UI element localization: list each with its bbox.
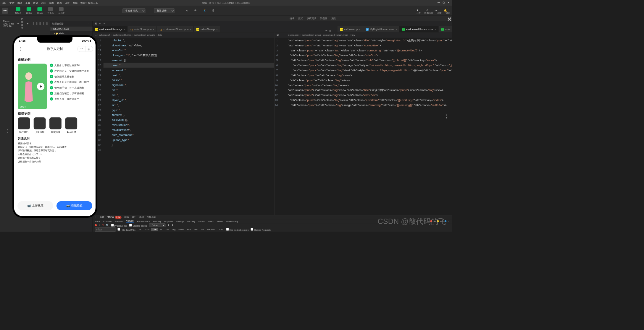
filter-tab[interactable]: Doc xyxy=(193,228,199,231)
capsule[interactable]: ⋯◎ xyxy=(77,46,93,52)
sim-icon-3[interactable] xyxy=(40,22,41,25)
hot-reload-label[interactable]: 热重载 开 xyxy=(21,17,25,30)
toggle-panel-icon[interactable]: ▣ xyxy=(277,34,279,36)
next-arrow-icon[interactable]: 〉 xyxy=(445,112,451,121)
devtools-menu-icon[interactable]: ⋮ xyxy=(95,216,97,219)
editor-tab[interactable]: JScustomizedHuman.js× xyxy=(93,26,128,32)
sim-icon-1[interactable] xyxy=(33,22,34,25)
explorer-root[interactable]: ▸ WECHAT_XCX xyxy=(50,27,92,31)
editor-tab[interactable]: { }customizedSound.json× xyxy=(157,26,194,32)
explorer-menu-icon[interactable]: ⋯ xyxy=(88,22,90,25)
search-icon[interactable]: 🔍 xyxy=(106,224,109,227)
cloud-button[interactable]: 云开发 xyxy=(57,6,66,15)
dt-tab[interactable]: Memory xyxy=(153,220,162,222)
visualize-button[interactable]: 可视化 xyxy=(46,6,55,15)
filter-tab[interactable]: Img xyxy=(171,228,177,231)
throttle-select[interactable]: Online xyxy=(149,223,165,227)
dt-top-tab[interactable]: 终端 xyxy=(139,216,144,219)
dt-top-tab[interactable]: 代码质量 xyxy=(147,216,156,219)
nav-back-icon[interactable]: ← xyxy=(280,34,283,36)
filter-tab[interactable]: Font xyxy=(186,228,192,231)
more-icon[interactable]: ⋯ xyxy=(333,30,335,32)
device-label[interactable]: iPhone 12/13 (Pro) 100% 16 xyxy=(2,20,15,27)
editor-button[interactable]: 编辑器 xyxy=(24,6,33,15)
dt-tab[interactable]: Console xyxy=(103,220,112,222)
toggle-panel-icon[interactable]: ▣ xyxy=(95,22,97,25)
menu-item[interactable]: 文件 xyxy=(9,1,14,5)
dt-top-tab[interactable]: 问题 xyxy=(124,216,129,219)
back-icon[interactable]: 〈 xyxy=(17,46,21,52)
play-icon[interactable] xyxy=(37,83,44,90)
editor-tab[interactable]: #MyDigitalHuman.wxss× xyxy=(363,26,400,32)
simulator-button[interactable]: 模拟器 xyxy=(13,6,23,15)
shoot-video-button[interactable]: 📷 在线拍摄 xyxy=(57,201,92,210)
close-tab-icon[interactable]: × xyxy=(359,28,361,30)
close-tab-icon[interactable]: × xyxy=(435,28,436,30)
menu-item[interactable]: 编辑 xyxy=(17,1,22,5)
nav-fwd-icon[interactable]: → xyxy=(103,22,106,25)
dt-tab[interactable]: Performance xyxy=(137,220,150,222)
close-tab-icon[interactable]: × xyxy=(124,28,125,30)
filter-tab[interactable]: All xyxy=(138,228,142,231)
dt-tab[interactable]: Security xyxy=(187,220,195,222)
menu-item[interactable]: 帮助 xyxy=(73,1,78,5)
filter-tab[interactable]: Media xyxy=(177,228,185,231)
minimize-icon[interactable]: — xyxy=(438,1,440,4)
filter-icon[interactable]: ▽ xyxy=(102,224,104,227)
split-icon[interactable]: ▥ xyxy=(329,30,331,32)
editor-tab[interactable]: JSvideoShow.js× xyxy=(194,26,220,32)
nav-fwd-icon[interactable]: → xyxy=(284,34,287,36)
close-icon[interactable]: ✕ xyxy=(448,1,451,4)
upload-video-button[interactable]: 📹 上传视频 xyxy=(17,201,53,210)
close-tab-icon[interactable]: × xyxy=(396,28,397,30)
dt-tab[interactable]: Sources xyxy=(114,220,123,222)
filter-tab[interactable]: Manifest xyxy=(206,228,216,231)
filter-tab[interactable]: Cloud xyxy=(143,228,151,231)
menu-item[interactable]: 转到 xyxy=(33,1,38,5)
sim-icon-5[interactable] xyxy=(46,22,48,25)
menu-item[interactable]: 微信开发者工具 xyxy=(80,1,98,5)
close-tab-icon[interactable]: × xyxy=(216,28,218,30)
close-tab-icon[interactable]: × xyxy=(153,28,154,30)
filter-tab[interactable]: XHR xyxy=(151,228,158,231)
editor-tab[interactable]: <>customizedHuman.wxml× xyxy=(400,26,439,32)
filter-tab[interactable]: WS xyxy=(199,228,205,231)
code-editor-right[interactable]: 1234567891011121314"attr">class="punc"><… xyxy=(275,38,452,215)
sample-video[interactable]: 00:24 xyxy=(18,64,47,109)
dt-top-tab[interactable]: 输出 xyxy=(132,216,136,219)
dt-top-tab[interactable]: 构建 xyxy=(100,216,104,219)
filter-input[interactable] xyxy=(95,227,115,232)
sim-icon-2[interactable] xyxy=(36,22,37,25)
dt-top-tab[interactable]: 调试器 7, 64 xyxy=(107,216,122,219)
clear-button[interactable]: 🗑 xyxy=(211,8,219,13)
sim-icon-4[interactable] xyxy=(43,22,44,25)
clear-icon[interactable]: ⦸ xyxy=(99,224,100,227)
prev-arrow-icon[interactable]: 〈 xyxy=(3,126,9,136)
menu-item[interactable]: 界面 xyxy=(57,1,62,5)
dt-tab[interactable]: Vulnerability xyxy=(226,220,238,222)
menu-item[interactable]: 工具 xyxy=(25,1,30,5)
compile-button[interactable]: ↻ xyxy=(183,8,191,13)
filter-tab[interactable]: Other xyxy=(217,228,224,231)
menu-item[interactable]: 视图 xyxy=(49,1,54,5)
dt-tab[interactable]: Sensor xyxy=(198,220,205,222)
filter-tab[interactable]: JS xyxy=(158,228,163,231)
dt-tab[interactable]: Storage xyxy=(176,220,184,222)
close-tab-icon[interactable]: × xyxy=(190,28,191,30)
download-icon[interactable]: ⬇ xyxy=(167,224,169,227)
mode-select[interactable]: 小程序模式 xyxy=(122,8,145,13)
menu-item[interactable]: 设置 xyxy=(65,1,70,5)
breadcrumb-left[interactable]: ...›subpages4›customizedHuman›customized… xyxy=(95,34,162,36)
menu-item[interactable]: 选择 xyxy=(41,1,46,5)
code-editor-left[interactable]: 1516171819202122232425262728293031323334… xyxy=(93,38,275,215)
dt-tab[interactable]: Audits xyxy=(217,220,223,222)
dt-tab[interactable]: Network xyxy=(126,220,134,223)
overlay-close-icon[interactable]: ✕ xyxy=(447,16,452,22)
filter-tab[interactable]: CSS xyxy=(164,228,170,231)
menu-item[interactable]: 项目 xyxy=(2,1,7,5)
preview-button[interactable]: 👁 xyxy=(192,8,200,13)
dt-tab[interactable]: AppData xyxy=(164,220,173,222)
compile-mode-select[interactable]: 普通编译 xyxy=(154,8,175,13)
debugger-button[interactable]: 调试器 xyxy=(35,6,44,15)
dt-tab[interactable]: Mock xyxy=(208,220,214,222)
